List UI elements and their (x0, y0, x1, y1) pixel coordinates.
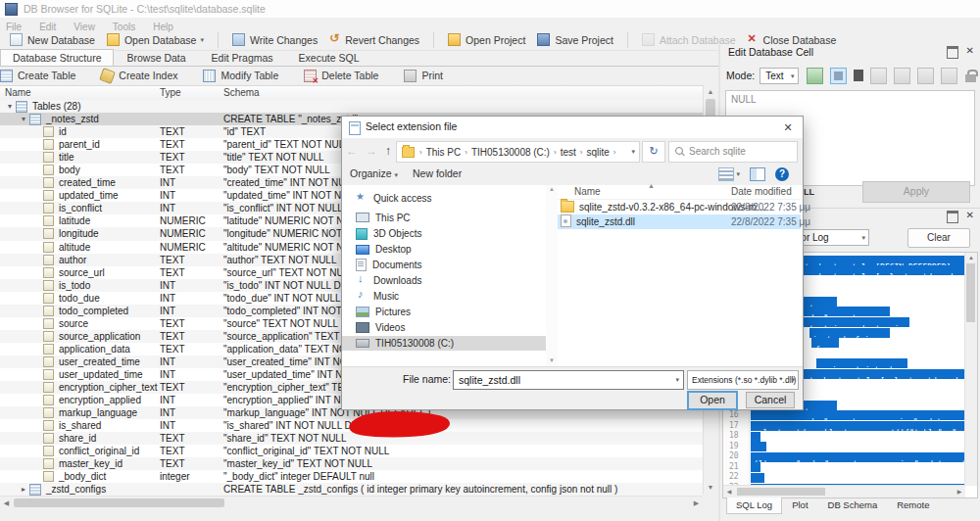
dock-tab[interactable]: Remote (887, 497, 939, 514)
close-panel-icon[interactable]: ✕ (966, 211, 974, 223)
text-format-icon[interactable] (854, 70, 863, 81)
tree-row[interactable]: ▾ Tables (28) (0, 100, 703, 113)
view-list-icon[interactable] (718, 167, 734, 181)
tree-header-name[interactable]: Name (5, 87, 31, 98)
structure-toolbar-button[interactable]: Delete Table (304, 70, 378, 82)
scroll-up-icon[interactable]: ▲ (546, 186, 558, 192)
column-header-name[interactable]: Name (574, 186, 601, 197)
scroll-up-icon[interactable]: ▲ (965, 253, 977, 262)
sidebar-item[interactable]: Documents (342, 258, 546, 272)
main-tab[interactable]: Edit Pragmas (199, 49, 286, 66)
breadcrumb-item[interactable]: This PC (423, 147, 465, 158)
float-panel-icon[interactable] (947, 46, 958, 59)
main-tab[interactable]: Database Structure (0, 49, 114, 66)
scrollbar-thumb[interactable] (966, 263, 975, 322)
preview-pane-icon[interactable] (750, 167, 765, 181)
expander-icon[interactable]: ▾ (4, 102, 16, 111)
up-icon[interactable]: ↑ (385, 144, 391, 158)
print-cell-icon[interactable] (941, 68, 957, 84)
back-icon[interactable]: ← (346, 144, 358, 158)
main-tab[interactable]: Execute SQL (286, 49, 372, 66)
search-input[interactable]: Search sqlite (668, 141, 798, 163)
address-bar[interactable]: › This PC›TIH05130008 (C:)›test›sqlite› … (396, 141, 640, 163)
sidebar-item[interactable]: Quick access (342, 191, 546, 206)
write-changes-button[interactable]: Write Changes (226, 31, 323, 48)
open-project-button[interactable]: Open Project (442, 31, 531, 48)
dock-tab[interactable]: DB Schema (818, 497, 888, 514)
tree-row[interactable]: ▸ _zstd_configs CREATE TABLE _zstd_confi… (0, 483, 703, 496)
close-panel-icon[interactable]: ✕ (966, 46, 974, 59)
file-name-input[interactable]: sqlite_zstd.dll (453, 370, 684, 390)
apply-button[interactable]: Apply (862, 181, 970, 203)
tree-header-schema[interactable]: Schema (223, 87, 260, 98)
scroll-right-icon[interactable]: ▶ (954, 486, 965, 497)
expander-icon[interactable]: ▾ (18, 115, 29, 123)
breadcrumb-item[interactable]: sqlite (583, 147, 612, 158)
dialog-title: Select extension file (366, 120, 457, 132)
sidebar-scrollbar[interactable]: ▲ ▼ (546, 185, 558, 367)
save-cell-icon[interactable] (917, 68, 934, 84)
scroll-down-icon[interactable]: ▼ (546, 357, 558, 363)
cancel-button[interactable]: Cancel (746, 392, 795, 408)
scroll-left-icon[interactable]: ◀ (0, 497, 13, 509)
structure-toolbar-icon (203, 70, 216, 82)
structure-toolbar-button[interactable]: Create Table (0, 70, 75, 82)
open-button[interactable]: Open (687, 391, 738, 410)
file-row[interactable]: sqlite_zstd-v0.3.2-x86_64-pc-windows-m..… (558, 200, 801, 214)
scrollbar-thumb[interactable] (737, 488, 825, 496)
clear-log-button[interactable]: Clear (907, 228, 970, 248)
structure-toolbar-button[interactable]: Modify Table (203, 70, 278, 82)
log-vertical-scrollbar[interactable]: ▲ (964, 253, 977, 486)
revert-changes-button[interactable]: Revert Changes (323, 32, 425, 48)
dock-tab[interactable]: Plot (782, 497, 817, 514)
scroll-down-icon[interactable]: ▼ (704, 481, 717, 494)
address-dropdown-icon[interactable]: ▾ (631, 148, 635, 156)
organize-button[interactable]: Organize ▾ (350, 167, 398, 179)
sidebar-item[interactable]: Downloads (342, 273, 546, 288)
sidebar-item[interactable]: Desktop (342, 242, 546, 257)
tree-header-type[interactable]: Type (160, 87, 181, 98)
export-text-icon[interactable] (870, 68, 887, 84)
tree-row[interactable]: master_key_id TEXT "master_key_id" TEXT … (0, 457, 703, 470)
new-folder-button[interactable]: New folder (413, 167, 462, 179)
log-horizontal-scrollbar[interactable]: ◀ ▶ (723, 485, 965, 497)
expander-icon[interactable]: ▸ (18, 485, 29, 494)
lock-icon[interactable] (964, 69, 979, 83)
dock-tab[interactable]: SQL Log (726, 497, 782, 514)
chevron-down-icon[interactable]: ▾ (200, 36, 204, 44)
scroll-right-icon[interactable]: ▶ (690, 497, 703, 509)
tree-row[interactable]: _body_dict integer "_body_dict" integer … (0, 470, 703, 483)
open-database-button[interactable]: Open Database▾ (101, 31, 210, 48)
new-database-button[interactable]: New Database (4, 31, 101, 48)
forward-icon[interactable]: → (366, 144, 377, 158)
help-icon[interactable]: ? (775, 167, 789, 181)
set-null-icon[interactable] (894, 68, 910, 84)
file-row[interactable]: sqlite_zstd.dll 22/8/2022 7:35 μμ (558, 214, 801, 229)
column-header-date[interactable]: Date modified (731, 186, 792, 197)
save-project-button[interactable]: Save Project (531, 31, 619, 48)
sidebar-item[interactable]: 3D Objects (342, 226, 546, 241)
tree-row[interactable]: conflict_original_id TEXT "conflict_orig… (0, 445, 703, 457)
import-text-icon[interactable] (807, 68, 823, 84)
sidebar-item[interactable]: This PC (342, 211, 546, 225)
structure-toolbar-button[interactable]: Create Index (101, 70, 177, 82)
sidebar-item[interactable]: TIH05130008 (C:) (342, 336, 546, 351)
scroll-left-icon[interactable]: ◀ (723, 486, 735, 497)
sidebar-item[interactable]: Pictures (342, 305, 546, 319)
word-wrap-icon[interactable] (830, 68, 847, 84)
structure-toolbar-button[interactable]: Print (404, 70, 443, 82)
extensions-filter-select[interactable]: Extensions (*.so *.dylib *.dll) (687, 370, 799, 390)
scrollbar-thumb[interactable] (14, 498, 224, 507)
sidebar-item[interactable]: Music (342, 289, 546, 304)
scroll-up-icon[interactable]: ▲ (704, 85, 717, 98)
mode-select[interactable]: Text (760, 68, 798, 84)
float-panel-icon[interactable] (947, 211, 958, 223)
dialog-titlebar[interactable]: Select extension file ✕ (342, 117, 803, 138)
tree-horizontal-scrollbar[interactable]: ◀ ▶ (0, 496, 703, 509)
dialog-close-icon[interactable]: ✕ (773, 117, 803, 138)
refresh-icon[interactable]: ↻ (642, 141, 665, 163)
main-tab[interactable]: Browse Data (114, 49, 198, 66)
breadcrumb-item[interactable]: TIH05130008 (C:) (468, 147, 553, 158)
breadcrumb-item[interactable]: test (558, 147, 579, 158)
sidebar-item[interactable]: Videos (342, 320, 546, 335)
